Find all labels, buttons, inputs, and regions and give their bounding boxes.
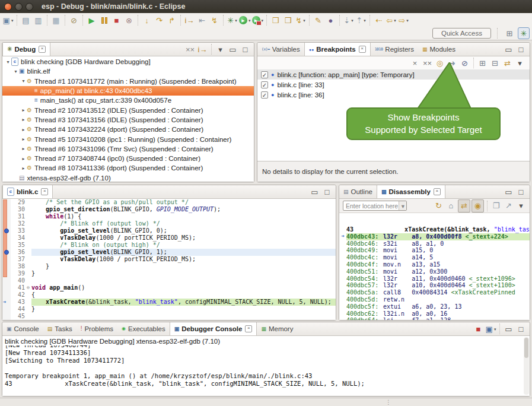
mark-occurrences-button[interactable]: ✎ [313,14,324,26]
suspend-button[interactable] [98,14,110,26]
tab-console[interactable]: ▣Console [2,322,43,335]
debug-tree-row[interactable]: ▾▣blink.elf [2,66,254,76]
save-button[interactable]: ▤ [20,14,31,26]
code-line[interactable]: 42{ [11,291,336,299]
close-tab-icon[interactable]: × [434,188,441,195]
tab-debug[interactable]: ✳Debug× [2,43,50,56]
breakpoint-row[interactable]: ✓●blink.c [line: 36] [257,90,530,100]
save-all-button[interactable]: ▥ [33,14,44,26]
last-edit-location-button[interactable]: ⇠ [373,14,384,26]
minimize-button[interactable]: ▭ [503,186,514,198]
breakpoint-row[interactable]: ✓●blink.c [line: 33] [257,80,530,90]
copy-button[interactable]: ❐ [490,200,502,212]
code-line[interactable]: 35 /* Blink on (output high) */ [11,242,336,249]
breakpoint-checkbox[interactable]: ✓ [261,91,268,99]
show-source-button[interactable]: ⇄ [458,199,470,212]
dropdown-arrow-icon[interactable]: ▾ [394,18,396,23]
disassembly-row[interactable]: ➜400dbc43:l32r a8, 0x400d00f8 <_stext+22… [339,233,530,240]
tab-memory[interactable]: ▦Memory [257,322,297,335]
disassembly-listing[interactable]: 43 xTaskCreate(&blink_task, "blink_tas➜4… [339,226,530,320]
debug-tree-row[interactable]: ▾⚙Thread #1 1073411772 (main : Running) … [2,77,254,86]
debug-perspective-button[interactable]: ✳ [518,27,530,39]
home-button[interactable]: ⌂ [445,200,457,212]
code-line[interactable]: 41⊖void app_main() [11,284,336,291]
tree-expand-icon[interactable]: ▸ [20,156,27,161]
view-menu-button[interactable]: ▾ [215,43,226,55]
dropdown-arrow-icon[interactable]: ▾ [235,18,237,23]
code-line[interactable]: 45 [11,313,336,320]
disassembly-row[interactable]: 400dbc64:lsi f7, a1, 128 [339,317,530,320]
code-line[interactable]: 31 while(1) { [11,213,336,220]
code-line[interactable]: 30 gpio_set_direction(BLINK_GPIO, GPIO_M… [11,206,336,213]
previous-annotation-button[interactable]: ⇡▾ [355,14,367,26]
debug-tree-row[interactable]: ▾cblink checking [GDB Hardware Debugging… [2,57,254,66]
debug-tree-row[interactable]: ▸⚙Thread #3 1073413156 (IDLE) (Suspended… [2,115,254,125]
view-menu-button[interactable]: ▾ [515,200,527,212]
disassembly-row[interactable]: 400dbc5d:retw.n [339,296,530,303]
disassembly-row[interactable]: 400dbc4c:movi a14, 5 [339,254,530,261]
editor-content[interactable]: ➜ 29 /* Set the GPIO as a push/pull outp… [2,199,336,320]
quick-access-button[interactable]: Quick Access [432,28,491,39]
maximize-button[interactable]: □ [240,43,251,55]
dropdown-arrow-icon[interactable]: ▾ [11,18,14,23]
breakpoint-marker-icon[interactable] [4,250,9,255]
maximize-button[interactable]: □ [321,186,333,198]
search-button[interactable]: ● [325,14,336,26]
debug-tree-row[interactable]: ▸⚙Thread #2 1073413512 (IDLE) (Suspended… [2,105,254,115]
breakpoint-checkbox[interactable]: ✓ [261,71,268,78]
tab-registers[interactable]: 1010Registers [371,43,418,56]
tree-expand-icon[interactable]: ▸ [20,166,27,171]
disassembly-row[interactable]: 400dbc62:l32i.n a0, a0, 16 [339,310,530,318]
back-button[interactable]: ⇦▾ [386,14,397,26]
code-line[interactable]: 36 gpio_set_level(BLINK_GPIO, 1); [11,249,336,256]
debug-tree-row[interactable]: ▸⚙Thread #7 1073408744 (ipc0) (Suspended… [2,154,254,163]
debug-tree-row[interactable]: ▸⚙Thread #4 1073432224 (dport) (Suspende… [2,125,254,134]
window-close-button[interactable] [4,3,12,11]
debug-tree-row[interactable]: ▸⚙Thread #6 1073431096 (Tmr Svc) (Suspen… [2,144,254,154]
dropdown-arrow-icon[interactable]: ▾ [364,18,366,23]
dropdown-arrow-icon[interactable]: ▾ [262,18,264,23]
console-scrollbar-thumb[interactable] [524,338,528,358]
close-tab-icon[interactable]: × [39,46,46,53]
build-button[interactable]: ▦ [50,14,62,26]
resume-button[interactable]: ▶ [86,14,97,26]
tree-expand-icon[interactable]: ▾ [5,59,11,65]
use-step-filters-button[interactable]: ↯ [209,14,220,26]
minimize-button[interactable]: ▭ [227,43,238,55]
tab-tasks[interactable]: ▤Tasks [43,322,77,335]
skip-all-breakpoints-button[interactable]: ⊘ [68,14,79,26]
location-dropdown-icon[interactable]: ▾ [399,201,406,210]
tree-expand-icon[interactable]: ▾ [20,78,27,84]
remove-all-terminated-button[interactable]: ×× [184,43,196,55]
debug-tree-row[interactable]: ▸⚙Thread #8 1073411336 (dport) (Suspende… [2,163,254,173]
console-content[interactable]: blink checking [GDB Hardware Debugging] … [2,336,530,396]
expand-all-button[interactable]: ⊞ [477,57,488,69]
tab-disassembly[interactable]: ▤Disassembly× [377,185,445,198]
disassembly-row[interactable]: 400dbc5f:extui a6, a0, 23, 13 [339,303,530,310]
dropdown-arrow-icon[interactable]: ▾ [351,18,353,23]
maximize-button[interactable]: □ [515,323,527,335]
code-line[interactable]: 37 vTaskDelay(1000 / portTICK_PERIOD_MS)… [11,256,336,263]
code-line[interactable]: 32 /* Blink off (output low) */ [11,220,336,227]
tree-expand-icon[interactable]: ▸ [20,107,27,113]
editor-annotation-ruler[interactable]: ➜ [2,199,11,320]
disassembly-row[interactable]: 400dbc5a:call8 0x40084314 <xTaskCreatePi… [339,289,530,296]
code-line[interactable]: 39} [11,270,336,277]
dropdown-arrow-icon[interactable]: ▾ [303,18,305,23]
disassembly-row[interactable]: 400dbc51:movi a12, 0x300 [339,268,530,275]
minimize-button[interactable]: ▭ [309,186,320,198]
dropdown-arrow-icon[interactable]: ▾ [494,327,496,331]
disassembly-row[interactable]: 400dbc4f:mov.n a13, a15 [339,261,530,268]
debug-tree-row[interactable]: ▸⚙Thread #5 1073410208 (ipc1 : Running) … [2,134,254,144]
tree-expand-icon[interactable]: ▾ [12,69,19,74]
tab-outline[interactable]: ▤Outline [339,185,377,198]
tree-expand-icon[interactable]: ▸ [20,137,27,142]
debug-tree-row[interactable]: ≡main_task() at cpu_start.c:339 0x400d05… [2,96,254,105]
tab-modules[interactable]: ▦Modules [418,43,460,56]
dropdown-arrow-icon[interactable]: ▾ [249,18,251,23]
debug-tree-row[interactable]: ▤xtensa-esp32-elf-gdb (7.10) [2,173,254,182]
drop-to-frame-button[interactable]: ⇤ [196,14,208,26]
close-tab-icon[interactable]: × [245,325,252,332]
open-type-button[interactable]: ❒ [270,14,281,26]
disassembly-row[interactable]: 400dbc46:s32i a8, a1, 0 [339,240,530,248]
